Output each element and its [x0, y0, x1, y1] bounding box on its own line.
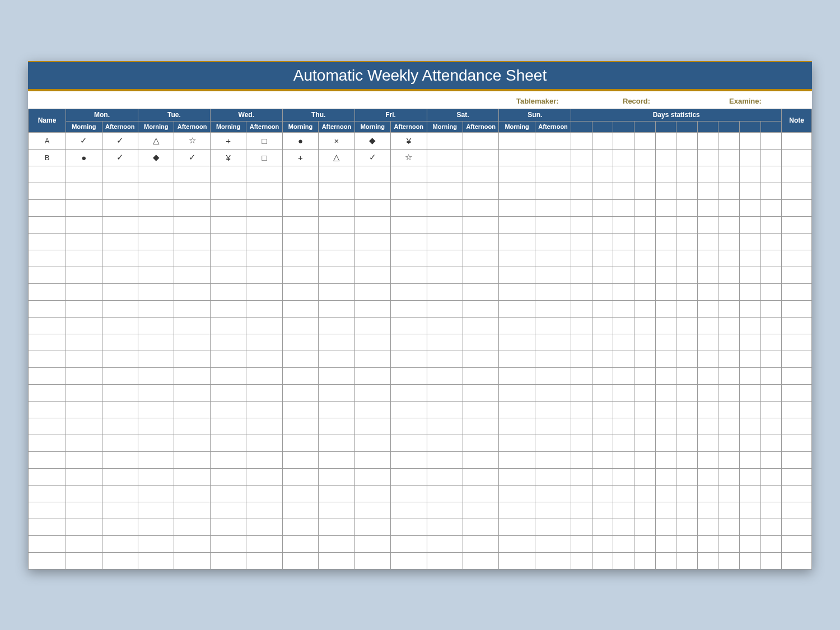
stat-cell[interactable] [760, 132, 782, 149]
stat-cell[interactable] [718, 451, 740, 468]
attendance-cell[interactable] [102, 485, 138, 502]
note-cell[interactable] [782, 183, 812, 199]
stat-cell[interactable] [760, 519, 782, 535]
attendance-cell[interactable] [499, 435, 535, 451]
note-cell[interactable] [782, 502, 812, 519]
attendance-cell[interactable] [210, 418, 246, 435]
name-cell[interactable] [29, 451, 66, 468]
stat-cell[interactable] [634, 132, 656, 149]
attendance-cell[interactable] [138, 233, 174, 250]
attendance-cell[interactable] [66, 351, 102, 367]
stat-cell[interactable] [571, 183, 592, 199]
attendance-cell[interactable] [463, 468, 498, 485]
name-cell[interactable] [29, 519, 66, 535]
attendance-cell[interactable] [354, 435, 390, 451]
stat-cell[interactable] [697, 552, 718, 569]
attendance-cell[interactable] [427, 132, 463, 149]
attendance-cell[interactable] [391, 351, 427, 367]
stat-cell[interactable] [760, 351, 782, 367]
note-cell[interactable] [782, 267, 812, 283]
attendance-cell[interactable]: ¥ [210, 149, 246, 166]
attendance-cell[interactable] [102, 199, 138, 216]
stat-cell[interactable] [592, 502, 613, 519]
note-cell[interactable] [782, 485, 812, 502]
attendance-cell[interactable] [535, 216, 571, 233]
stat-cell[interactable] [571, 317, 592, 334]
attendance-cell[interactable] [66, 535, 102, 552]
note-cell[interactable] [782, 519, 812, 535]
attendance-cell[interactable] [102, 401, 138, 418]
attendance-cell[interactable] [354, 502, 390, 519]
note-cell[interactable] [782, 384, 812, 401]
attendance-cell[interactable]: ● [282, 132, 318, 149]
attendance-cell[interactable] [66, 317, 102, 334]
stat-cell[interactable] [613, 519, 634, 535]
stat-cell[interactable] [613, 535, 634, 552]
attendance-cell[interactable] [354, 250, 390, 267]
attendance-cell[interactable] [319, 485, 354, 502]
stat-cell[interactable] [676, 199, 698, 216]
attendance-cell[interactable] [246, 367, 282, 384]
stat-cell[interactable] [697, 267, 718, 283]
attendance-cell[interactable] [319, 519, 354, 535]
attendance-cell[interactable] [354, 317, 390, 334]
stat-cell[interactable] [718, 401, 740, 418]
attendance-cell[interactable] [319, 435, 354, 451]
attendance-cell[interactable] [354, 367, 390, 384]
stat-cell[interactable] [697, 535, 718, 552]
stat-cell[interactable] [655, 468, 676, 485]
attendance-cell[interactable]: ✓ [66, 132, 102, 149]
attendance-cell[interactable] [391, 267, 427, 283]
attendance-cell[interactable] [246, 384, 282, 401]
attendance-cell[interactable] [319, 233, 354, 250]
stat-cell[interactable] [697, 418, 718, 435]
attendance-cell[interactable] [391, 166, 427, 183]
stat-cell[interactable] [592, 250, 613, 267]
attendance-cell[interactable] [391, 300, 427, 317]
stat-cell[interactable] [760, 552, 782, 569]
attendance-cell[interactable] [66, 166, 102, 183]
stat-cell[interactable] [718, 334, 740, 351]
stat-cell[interactable] [697, 351, 718, 367]
attendance-cell[interactable] [174, 250, 210, 267]
attendance-cell[interactable] [427, 351, 463, 367]
stat-cell[interactable] [634, 233, 656, 250]
attendance-cell[interactable] [463, 199, 498, 216]
stat-cell[interactable] [718, 132, 740, 149]
attendance-cell[interactable] [210, 451, 246, 468]
stat-cell[interactable] [760, 149, 782, 166]
attendance-cell[interactable] [535, 552, 571, 569]
stat-cell[interactable] [697, 132, 718, 149]
stat-cell[interactable] [697, 216, 718, 233]
attendance-cell[interactable] [246, 233, 282, 250]
attendance-cell[interactable] [391, 519, 427, 535]
name-cell[interactable] [29, 317, 66, 334]
stat-cell[interactable] [760, 250, 782, 267]
attendance-cell[interactable] [427, 401, 463, 418]
attendance-cell[interactable] [319, 166, 354, 183]
attendance-cell[interactable] [427, 183, 463, 199]
attendance-cell[interactable] [282, 435, 318, 451]
stat-cell[interactable] [613, 132, 634, 149]
name-cell[interactable] [29, 384, 66, 401]
attendance-cell[interactable] [246, 183, 282, 199]
attendance-cell[interactable] [66, 401, 102, 418]
stat-cell[interactable] [739, 199, 760, 216]
stat-cell[interactable] [592, 519, 613, 535]
stat-cell[interactable] [655, 552, 676, 569]
stat-cell[interactable] [718, 435, 740, 451]
attendance-cell[interactable] [319, 250, 354, 267]
stat-cell[interactable] [739, 166, 760, 183]
stat-cell[interactable] [697, 149, 718, 166]
attendance-cell[interactable] [282, 183, 318, 199]
attendance-cell[interactable] [282, 317, 318, 334]
attendance-cell[interactable] [391, 384, 427, 401]
attendance-cell[interactable]: ◆ [138, 149, 174, 166]
attendance-cell[interactable] [319, 552, 354, 569]
stat-cell[interactable] [592, 468, 613, 485]
attendance-cell[interactable] [174, 317, 210, 334]
attendance-cell[interactable]: ☆ [174, 132, 210, 149]
attendance-cell[interactable] [427, 384, 463, 401]
stat-cell[interactable] [697, 502, 718, 519]
attendance-cell[interactable] [354, 451, 390, 468]
